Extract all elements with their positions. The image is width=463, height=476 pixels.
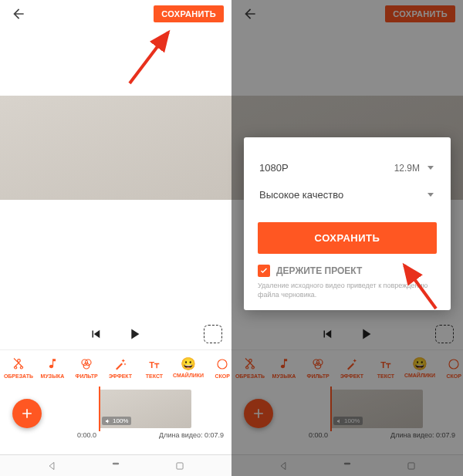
quality-row[interactable]: Высокое качество <box>258 181 437 208</box>
resolution-value: 1080P <box>259 162 289 174</box>
volume-badge: 100% <box>333 417 363 425</box>
timeline: 100% 0:00.0Длина видео: 0:07.9 <box>231 385 463 454</box>
playback-controls <box>0 319 231 349</box>
wand-icon <box>345 357 359 371</box>
svg-rect-6 <box>177 462 183 468</box>
nav-home-icon[interactable] <box>104 462 127 470</box>
tool-bar: ОБРЕЗАТЬ МУЗЫКА ФИЛЬТР ЭФФЕКТ TᴛТЕКСТ 😀С… <box>0 349 231 385</box>
text-icon: Tᴛ <box>379 357 393 371</box>
plus-icon <box>19 406 35 421</box>
clip-thumbnail: 100% <box>330 390 423 428</box>
keep-project-row[interactable]: ДЕРЖИТЕ ПРОЕКТ <box>258 265 437 277</box>
fullscreen-button <box>435 325 454 343</box>
tool-effect: ЭФФЕКТ <box>336 357 367 379</box>
top-bar: СОХРАНИТЬ <box>0 0 231 28</box>
scissors-icon <box>243 357 257 371</box>
wand-icon <box>113 357 127 371</box>
tool-trim: ОБРЕЗАТЬ <box>235 357 265 379</box>
file-size: 12.9M <box>394 163 420 174</box>
nav-back-icon[interactable] <box>46 461 57 471</box>
svg-rect-12 <box>344 462 350 464</box>
playback-controls <box>231 319 463 349</box>
nav-back-icon[interactable] <box>278 461 289 471</box>
music-icon <box>277 357 291 371</box>
svg-rect-5 <box>113 462 119 464</box>
previous-icon[interactable] <box>89 327 103 341</box>
save-button[interactable]: СОХРАНИТЬ <box>154 5 224 22</box>
svg-rect-13 <box>408 462 414 468</box>
tool-effect[interactable]: ЭФФЕКТ <box>105 357 136 379</box>
duration-label: Длина видео: 0:07.9 <box>159 431 224 439</box>
speaker-icon <box>105 418 111 424</box>
timeline[interactable]: 100% 0:00.0 Длина видео: 0:07.9 <box>0 385 231 454</box>
back-button[interactable] <box>239 3 261 25</box>
quality-value: Высокое качество <box>259 189 343 201</box>
svg-text:Tᴛ: Tᴛ <box>380 360 391 369</box>
speaker-icon <box>336 418 343 424</box>
chevron-down-icon <box>428 166 434 170</box>
play-icon[interactable] <box>126 326 143 343</box>
speed-icon <box>215 357 229 371</box>
back-button[interactable] <box>8 3 29 25</box>
play-icon <box>357 326 374 343</box>
add-button <box>244 399 273 428</box>
tool-emoji: 😀СМАЙЛИКИ <box>404 358 435 378</box>
plus-icon <box>251 406 266 421</box>
smile-icon: 😀 <box>412 358 428 370</box>
clip-thumbnail[interactable]: 100% <box>99 390 191 428</box>
top-bar: СОХРАНИТЬ <box>231 0 463 28</box>
music-icon <box>46 357 59 371</box>
keep-project-note: Удаление исходного видео приведет к повр… <box>258 282 437 299</box>
nav-recent-icon[interactable] <box>174 461 185 471</box>
time-info: 0:00.0 Длина видео: 0:07.9 <box>77 431 224 439</box>
tool-more: СКОР <box>438 357 463 379</box>
scissors-icon <box>12 357 25 371</box>
text-icon: Tᴛ <box>147 357 161 371</box>
video-preview[interactable] <box>0 96 231 200</box>
export-dialog: 1080P 12.9M Высокое качество СОХРАНИТЬ Д… <box>244 137 451 310</box>
arrow-left-icon <box>242 6 258 22</box>
arrow-left-icon <box>11 6 26 22</box>
tool-text: TᴛТЕКСТ <box>370 357 401 379</box>
tool-music: МУЗЫКА <box>269 357 299 379</box>
chevron-down-icon <box>428 193 434 197</box>
time-info: 0:00.0Длина видео: 0:07.9 <box>309 431 455 439</box>
svg-text:Tᴛ: Tᴛ <box>149 360 160 369</box>
save-button[interactable]: СОХРАНИТЬ <box>385 5 455 22</box>
volume-badge: 100% <box>102 417 131 425</box>
svg-point-2 <box>83 363 90 369</box>
speed-icon <box>447 357 461 371</box>
previous-icon <box>320 327 334 341</box>
svg-point-8 <box>317 360 323 366</box>
android-nav <box>0 454 231 476</box>
resolution-row[interactable]: 1080P 12.9M <box>258 154 437 181</box>
nav-home-icon[interactable] <box>336 462 359 470</box>
tool-text[interactable]: TᴛТЕКСТ <box>139 357 170 379</box>
svg-point-11 <box>449 360 458 369</box>
tool-emoji[interactable]: 😀СМАЙЛИКИ <box>173 358 204 378</box>
playhead[interactable] <box>99 387 100 431</box>
tool-bar: ОБРЕЗАТЬ МУЗЫКА ФИЛЬТР ЭФФЕКТ TᴛТЕКСТ 😀С… <box>231 349 463 385</box>
svg-point-1 <box>86 360 92 366</box>
tool-music[interactable]: МУЗЫКА <box>37 357 68 379</box>
tool-more[interactable]: СКОР <box>207 357 231 379</box>
nav-recent-icon[interactable] <box>406 461 417 471</box>
filter-icon <box>311 357 325 371</box>
tool-filter[interactable]: ФИЛЬТР <box>71 357 102 379</box>
svg-point-4 <box>218 360 227 369</box>
editor-screen-dialog: СОХРАНИТЬ ОБРЕЗАТЬ МУЗЫКА ФИЛЬТР ЭФФЕКТ … <box>231 0 463 476</box>
add-button[interactable] <box>12 399 42 428</box>
filter-icon <box>79 357 93 371</box>
android-nav <box>231 454 463 476</box>
svg-point-9 <box>315 363 321 369</box>
checkbox-checked-icon[interactable] <box>258 265 270 277</box>
time-current: 0:00.0 <box>77 431 96 439</box>
export-save-button[interactable]: СОХРАНИТЬ <box>258 222 437 254</box>
tool-filter: ФИЛЬТР <box>302 357 333 379</box>
keep-project-label: ДЕРЖИТЕ ПРОЕКТ <box>276 265 362 276</box>
tool-trim[interactable]: ОБРЕЗАТЬ <box>3 357 34 379</box>
editor-screen-main: СОХРАНИТЬ ОБРЕЗАТЬ МУЗЫКА ФИЛЬТР ЭФФЕКТ … <box>0 0 231 476</box>
smile-icon: 😀 <box>181 358 196 370</box>
playhead <box>330 387 332 431</box>
fullscreen-button[interactable] <box>204 325 222 343</box>
